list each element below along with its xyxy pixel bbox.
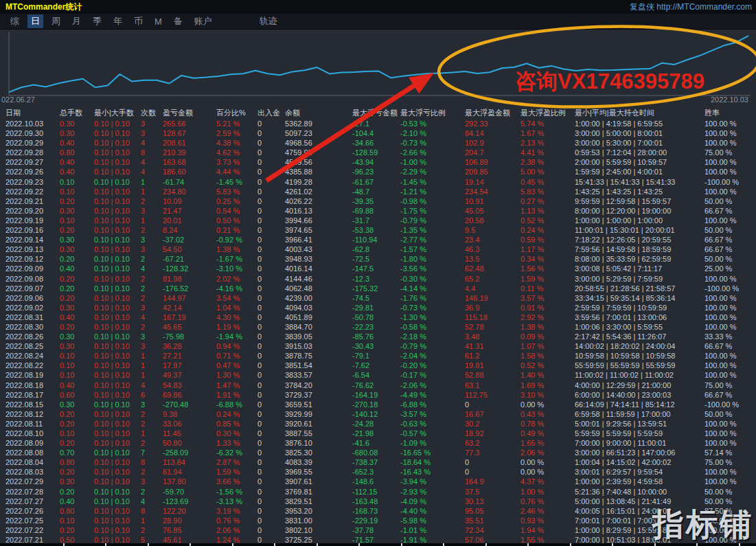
table-row[interactable]: 2022.09.060.200.10 | 0.102144.973.54 %04… [0, 293, 756, 303]
cell-total-lots: 0.40 [60, 380, 94, 390]
table-row[interactable]: 2022.08.220.100.10 | 0.10117.970.47 %038… [0, 361, 756, 370]
cell-balance: 4968.56 [285, 138, 352, 148]
table-row[interactable]: 2022.09.020.300.10 | 0.10342.141.04 %040… [0, 303, 756, 312]
table-row[interactable]: 2022.08.030.200.10 | 0.10261.941.59 %039… [0, 467, 756, 477]
cell-max-float-profit: 209.85 [465, 167, 520, 177]
menu-tab[interactable]: 周 [48, 14, 64, 28]
cell-date: 2022.07.27 [5, 497, 60, 506]
table-row[interactable]: 2022.08.240.100.10 | 0.10127.210.71 %038… [0, 351, 756, 361]
table-row[interactable]: 2022.08.250.300.10 | 0.10336.280.94 %039… [0, 341, 756, 351]
cell-date: 2022.08.25 [5, 341, 60, 351]
cell-min-max-lots: 0.10 | 0.10 [94, 380, 141, 390]
cell-max-float-loss-pct: -16.43 % [400, 467, 465, 477]
table-row[interactable]: 2022.09.080.200.10 | 0.10281.982.02 %041… [0, 274, 756, 284]
cell-win-rate: -100.00 % [705, 284, 756, 293]
table-row[interactable]: 2022.09.070.200.10 | 0.102-176.52-4.16 %… [0, 284, 756, 293]
menu-tab[interactable]: 账户 [191, 14, 216, 28]
cell-count: 2 [141, 322, 163, 332]
table-row[interactable]: 2022.07.220.200.10 | 0.10276.852.06 %038… [0, 525, 756, 535]
table-row[interactable]: 2022.10.030.300.10 | 0.103265.665.21 %05… [0, 119, 756, 128]
menu-tab[interactable]: 综 [7, 14, 23, 28]
table-row[interactable]: 2022.07.290.300.10 | 0.103137.803.66 %03… [0, 477, 756, 486]
cell-deposit-withdraw: 0 [257, 167, 285, 177]
cell-win-rate: 100.00 % [705, 370, 756, 380]
menu-tab[interactable]: 季 [89, 14, 105, 28]
cell-count: 2 [141, 225, 163, 235]
menu-tab[interactable]: 币 [130, 14, 146, 28]
cell-percent: 1.19 % [216, 322, 257, 332]
cell-win-rate: 100.00 % [705, 167, 756, 177]
table-row[interactable]: 2022.09.130.300.10 | 0.10354.501.38 %040… [0, 244, 756, 254]
cell-deposit-withdraw: 0 [257, 497, 285, 506]
cell-max-float-loss: -680.08 [352, 448, 400, 457]
table-row[interactable]: 2022.08.080.700.10 | 0.107-258.09-6.32 %… [0, 448, 756, 457]
table-row[interactable]: 2022.08.100.100.10 | 0.10111.450.30 %038… [0, 429, 756, 438]
cell-deposit-withdraw: 0 [257, 438, 285, 448]
table-row[interactable]: 2022.09.270.400.10 | 0.104163.683.73 %04… [0, 157, 756, 167]
table-row[interactable]: 2022.09.200.300.10 | 0.10321.470.54 %040… [0, 206, 756, 216]
table-row[interactable]: 2022.09.230.100.10 | 0.101-61.74-1.45 %0… [0, 177, 756, 187]
table-row[interactable]: 2022.07.250.100.10 | 0.10128.900.76 %038… [0, 516, 756, 525]
cell-max-float-loss: -74.5 [352, 293, 400, 303]
cell-pnl: 234.80 [163, 187, 216, 196]
table-row[interactable]: 2022.08.090.200.10 | 0.10250.801.33 %038… [0, 438, 756, 448]
table-row[interactable]: 2022.09.280.800.10 | 0.108210.394.62 %04… [0, 148, 756, 157]
menu-tab[interactable]: 日 [27, 14, 43, 28]
table-row[interactable]: 2022.08.120.200.10 | 0.1029.380.24 %0392… [0, 409, 756, 419]
table-row[interactable]: 2022.09.160.200.10 | 0.1028.240.21 %0397… [0, 225, 756, 235]
table-row[interactable]: 2022.07.280.200.10 | 0.102-59.70-1.56 %0… [0, 487, 756, 497]
cell-max-float-loss: -61.67 [352, 177, 400, 187]
menu-tab[interactable]: 年 [110, 14, 126, 28]
table-row[interactable]: 2022.08.180.400.10 | 0.10454.831.47 %037… [0, 380, 756, 390]
column-header-min-max-lots: 最小|大手数 [94, 107, 141, 119]
cell-min-max-lots: 0.10 | 0.10 [94, 128, 141, 138]
table-row[interactable]: 2022.09.140.300.10 | 0.103-37.02-0.92 %0… [0, 235, 756, 244]
cell-hold-time: 55:59:59 | 55:59:59 | 55:59:59 [575, 361, 705, 370]
table-row[interactable]: 2022.09.120.200.10 | 0.102-67.21-1.67 %0… [0, 254, 756, 264]
cell-deposit-withdraw: 0 [257, 225, 285, 235]
table-row[interactable]: 2022.08.040.800.10 | 0.108113.842.87 %04… [0, 457, 756, 467]
table-row[interactable]: 2022.09.190.100.10 | 0.10120.010.50 %039… [0, 216, 756, 225]
cell-total-lots: 0.60 [60, 390, 94, 400]
table-row[interactable]: 2022.07.260.800.10 | 0.108122.203.19 %03… [0, 506, 756, 516]
cell-max-float-profit: 19.81 [465, 361, 520, 370]
cell-percent: 1.04 % [216, 303, 257, 312]
cell-deposit-withdraw: 0 [257, 177, 285, 187]
cell-max-float-profit-pct: 0.52 % [520, 216, 575, 225]
cell-count: 1 [141, 370, 163, 380]
table-row[interactable]: 2022.08.300.200.10 | 0.10245.651.19 %038… [0, 322, 756, 332]
table-row[interactable]: 2022.08.170.600.10 | 0.10669.861.91 %037… [0, 390, 756, 400]
table-row[interactable]: 2022.09.260.400.10 | 0.104186.604.44 %04… [0, 167, 756, 177]
cell-max-float-profit-pct: 0.00 % [520, 457, 575, 467]
menu-tab-trajectory[interactable]: 轨迹 [256, 14, 281, 28]
cell-max-float-profit-pct: 0.49 % [520, 429, 575, 438]
cell-max-float-profit-pct: 0.93 % [520, 516, 575, 525]
table-row[interactable]: 2022.07.270.400.10 | 0.104-123.69-3.13 %… [0, 497, 756, 506]
menu-tab[interactable]: 备 [170, 14, 186, 28]
table-row[interactable]: 2022.09.300.300.10 | 0.103128.672.59 %05… [0, 128, 756, 138]
table-row[interactable]: 2022.09.090.400.10 | 0.104-128.32-3.10 %… [0, 264, 756, 273]
table-row[interactable]: 2022.09.290.400.10 | 0.104208.614.38 %04… [0, 138, 756, 148]
cell-date: 2022.09.23 [5, 177, 60, 187]
table-row[interactable]: 2022.09.220.100.10 | 0.101234.805.83 %04… [0, 187, 756, 196]
cell-hold-time: 20:58:55 | 21:28:56 | 21:58:57 [575, 284, 705, 293]
cell-date: 2022.09.20 [5, 206, 60, 216]
cell-max-float-loss-pct: -0.30 % [400, 274, 465, 284]
cell-balance: 4261.02 [285, 187, 352, 196]
table-row[interactable]: 2022.08.150.300.10 | 0.103-270.48-6.88 %… [0, 400, 756, 409]
table-row[interactable]: 2022.08.110.200.10 | 0.10233.060.85 %039… [0, 419, 756, 429]
cell-total-lots: 0.20 [60, 274, 94, 284]
table-row[interactable]: 2022.08.260.300.10 | 0.103-75.98-1.94 %0… [0, 332, 756, 341]
cell-min-max-lots: 0.10 | 0.10 [94, 148, 141, 157]
cell-max-float-profit: 0 [465, 400, 520, 409]
brand-link[interactable]: 复盘侠 http://MTCommander.com [630, 1, 752, 13]
table-row[interactable]: 2022.08.310.400.10 | 0.104167.194.30 %04… [0, 312, 756, 322]
cell-max-float-profit: 3.48 [465, 332, 520, 341]
table-row[interactable]: 2022.09.210.200.10 | 0.10210.090.25 %040… [0, 196, 756, 206]
table-row[interactable]: 2022.08.190.100.10 | 0.10149.371.30 %038… [0, 370, 756, 380]
cell-win-rate: 100.00 % [705, 274, 756, 284]
menu-tab[interactable]: 月 [69, 14, 84, 28]
cell-max-float-profit: 95.05 [465, 506, 520, 516]
column-header-max-float-loss-pct: 最大浮亏比例 [400, 107, 465, 119]
menu-tab[interactable]: M [151, 16, 165, 27]
